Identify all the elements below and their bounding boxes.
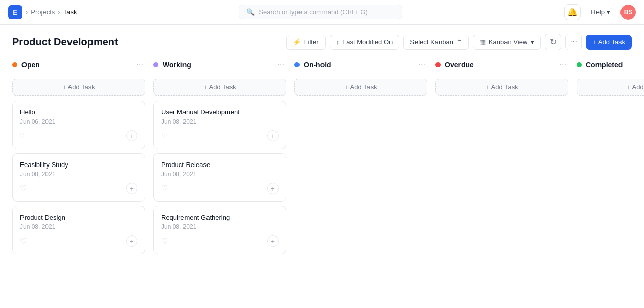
more-icon: ··· [570, 37, 577, 46]
card-title-open-1: Feasibility Study [20, 161, 137, 169]
filter-icon: ⚡ [293, 38, 301, 46]
card-date-working-2: Jun 08, 2021 [161, 223, 279, 230]
more-options-button[interactable]: ··· [565, 34, 582, 50]
column-header-overdue: Overdue ··· [435, 57, 568, 73]
card-like-open-2[interactable]: ♡ [20, 236, 27, 246]
help-button[interactable]: Help ▾ [587, 6, 614, 18]
sort-label: Last Modified On [342, 38, 393, 46]
card-footer-working-0: ♡ + [161, 130, 279, 141]
page-header: Product Development ⚡ Filter ↕ Last Modi… [0, 25, 644, 57]
add-task-btn-open[interactable]: + Add Task [12, 79, 145, 96]
search-placeholder: Search or type a command (Ctrl + G) [259, 8, 368, 16]
refresh-button[interactable]: ↻ [545, 34, 561, 50]
card-title-open-2: Product Design [20, 214, 137, 221]
app-icon[interactable]: E [8, 5, 22, 19]
card-like-open-0[interactable]: ♡ [20, 131, 27, 140]
card-date-working-1: Jun 08, 2021 [161, 171, 279, 178]
card-add-open-1[interactable]: + [126, 183, 137, 194]
kanban-view-button[interactable]: ▦ Kanban View ▾ [473, 35, 541, 50]
add-task-btn-overdue[interactable]: + Add Task [435, 79, 568, 96]
status-dot-on-hold [294, 62, 300, 67]
card-working-1[interactable]: Product Release Jun 08, 2021 ♡ + [153, 153, 286, 202]
card-working-2[interactable]: Requirement Gathering Jun 08, 2021 ♡ + [153, 206, 286, 254]
column-menu-open[interactable]: ··· [134, 59, 145, 70]
card-add-working-0[interactable]: + [267, 130, 279, 141]
column-overdue: Overdue ··· + Add Task [435, 57, 568, 306]
status-dot-open [12, 62, 17, 67]
card-open-1[interactable]: Feasibility Study Jun 08, 2021 ♡ + [12, 153, 145, 202]
card-footer-working-2: ♡ + [161, 235, 279, 247]
status-dot-working [153, 62, 158, 67]
breadcrumb-task: Task [63, 8, 77, 16]
breadcrumb-sep-1: › [26, 8, 28, 16]
breadcrumb: E › Projects › Task [8, 5, 77, 19]
column-on-hold: On-hold ··· + Add Task [294, 57, 427, 306]
help-label: Help [591, 8, 605, 16]
status-dot-overdue [435, 62, 441, 67]
sort-button[interactable]: ↕ Last Modified On [330, 35, 400, 50]
topnav-right: 🔔 Help ▾ BS [564, 4, 636, 20]
card-like-working-0[interactable]: ♡ [161, 131, 168, 140]
search-bar[interactable]: 🔍 Search or type a command (Ctrl + G) [239, 5, 402, 19]
status-dot-completed [577, 62, 582, 67]
filter-label: Filter [304, 38, 319, 46]
filter-button[interactable]: ⚡ Filter [286, 35, 326, 50]
add-task-btn-completed[interactable]: + Add Task [577, 79, 644, 96]
card-date-open-1: Jun 08, 2021 [20, 171, 137, 178]
column-working: Working ··· + Add Task User Manual Devel… [153, 57, 286, 306]
column-menu-on-hold[interactable]: ··· [417, 59, 427, 70]
card-open-0[interactable]: Hello Jun 06, 2021 ♡ + [12, 101, 145, 149]
card-footer-working-1: ♡ + [161, 183, 279, 194]
column-header-left-open: Open [12, 61, 40, 69]
card-title-working-1: Product Release [161, 161, 279, 169]
page-title: Product Development [12, 36, 118, 48]
select-kanban-button[interactable]: Select Kanban ⌃ [403, 35, 469, 50]
column-header-completed: Completed ··· [577, 57, 644, 73]
notification-button[interactable]: 🔔 [564, 4, 581, 20]
add-task-btn-working[interactable]: + Add Task [153, 79, 286, 96]
card-add-open-0[interactable]: + [126, 130, 137, 141]
card-footer-open-0: ♡ + [20, 130, 137, 141]
chevron-down-icon-kanban: ⌃ [456, 38, 462, 46]
column-title-completed: Completed [586, 61, 623, 69]
column-header-left-overdue: Overdue [435, 61, 474, 69]
column-menu-overdue[interactable]: ··· [558, 59, 568, 70]
card-add-working-1[interactable]: + [267, 183, 279, 194]
card-like-working-2[interactable]: ♡ [161, 236, 168, 246]
chevron-down-icon-view: ▾ [531, 38, 534, 46]
card-add-open-2[interactable]: + [126, 235, 137, 247]
sort-icon: ↕ [336, 38, 340, 46]
toolbar: ⚡ Filter ↕ Last Modified On Select Kanba… [286, 34, 632, 50]
column-header-left-completed: Completed [577, 61, 623, 69]
card-footer-open-2: ♡ + [20, 235, 137, 247]
column-header-left-on-hold: On-hold [294, 61, 331, 69]
kanban-board: Open ··· + Add Task Hello Jun 06, 2021 ♡… [0, 57, 644, 306]
card-date-open-0: Jun 06, 2021 [20, 118, 137, 125]
column-header-open: Open ··· [12, 57, 145, 73]
refresh-icon: ↻ [550, 37, 557, 47]
column-open: Open ··· + Add Task Hello Jun 06, 2021 ♡… [12, 57, 145, 306]
card-like-working-1[interactable]: ♡ [161, 184, 168, 193]
kanban-view-icon: ▦ [479, 38, 486, 46]
column-header-working: Working ··· [153, 57, 286, 73]
breadcrumb-projects[interactable]: Projects [31, 8, 55, 16]
card-title-working-2: Requirement Gathering [161, 214, 279, 221]
column-title-overdue: Overdue [445, 61, 474, 69]
select-kanban-label: Select Kanban [410, 38, 453, 46]
column-title-working: Working [163, 61, 191, 69]
card-working-0[interactable]: User Manual Development Jun 08, 2021 ♡ + [153, 101, 286, 149]
card-add-working-2[interactable]: + [267, 235, 279, 247]
breadcrumb-sep-2: › [58, 8, 60, 16]
column-header-left-working: Working [153, 61, 191, 69]
card-open-2[interactable]: Product Design Jun 08, 2021 ♡ + [12, 206, 145, 254]
bell-icon: 🔔 [567, 7, 578, 17]
card-like-open-1[interactable]: ♡ [20, 184, 27, 193]
search-container: 🔍 Search or type a command (Ctrl + G) [77, 5, 564, 19]
chevron-down-icon: ▾ [607, 8, 610, 16]
add-task-button[interactable]: + Add Task [586, 35, 632, 50]
column-header-on-hold: On-hold ··· [294, 57, 427, 73]
add-task-btn-on-hold[interactable]: + Add Task [294, 79, 427, 96]
avatar[interactable]: BS [620, 5, 636, 20]
topnav: E › Projects › Task 🔍 Search or type a c… [0, 0, 644, 25]
column-menu-working[interactable]: ··· [275, 59, 286, 70]
